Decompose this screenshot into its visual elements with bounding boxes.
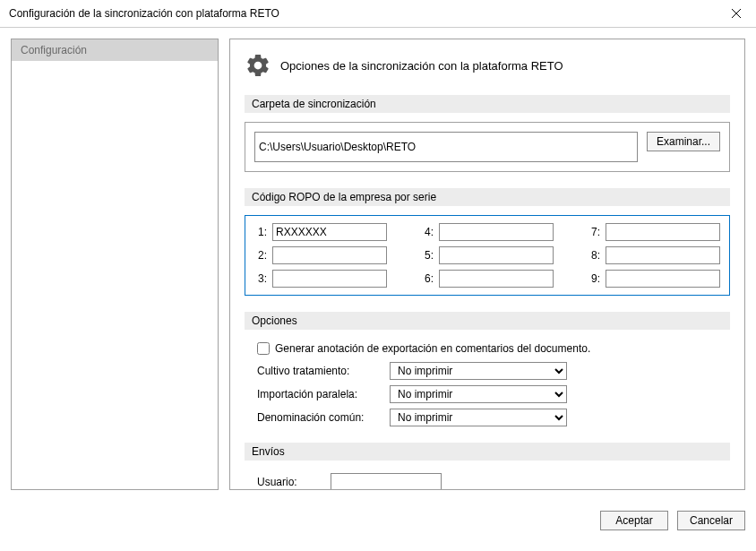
panel-header: Opciones de la sincronización con la pla… bbox=[245, 52, 730, 79]
options-body: Generar anotación de exportación en come… bbox=[245, 339, 730, 426]
sidebar: Configuración bbox=[11, 39, 219, 490]
ropo-7-label: 7: bbox=[588, 226, 600, 238]
button-bar: Aceptar Cancelar bbox=[0, 501, 756, 540]
close-icon bbox=[732, 9, 741, 18]
ropo-7-input[interactable] bbox=[606, 223, 720, 241]
gear-icon bbox=[245, 52, 271, 79]
ropo-1-input[interactable] bbox=[272, 223, 387, 241]
sidebar-item-label: Configuración bbox=[21, 44, 87, 56]
section-ropo-label: Código ROPO de la empresa por serie bbox=[245, 188, 730, 206]
ropo-8-label: 8: bbox=[588, 249, 600, 262]
annotation-checkbox[interactable] bbox=[257, 342, 270, 355]
ropo-4-input[interactable] bbox=[439, 223, 554, 241]
denominacion-label: Denominación común: bbox=[257, 411, 390, 424]
usuario-input[interactable] bbox=[331, 473, 442, 490]
window-title: Configuración de la sincronización con p… bbox=[9, 7, 279, 20]
browse-button[interactable]: Examinar... bbox=[647, 132, 720, 151]
section-options-label: Opciones bbox=[245, 312, 730, 330]
ropo-4-label: 4: bbox=[421, 226, 434, 238]
denominacion-select[interactable]: No imprimir bbox=[390, 409, 567, 426]
accept-button[interactable]: Aceptar bbox=[600, 511, 668, 530]
cultivo-select[interactable]: No imprimir bbox=[390, 362, 567, 380]
ropo-grid: 1: 2: 3: 4: 5: bbox=[245, 215, 730, 296]
section-sync-folder-label: Carpeta de sincronización bbox=[245, 95, 730, 113]
ropo-9-label: 9: bbox=[588, 272, 600, 285]
sidebar-item-configuracion[interactable]: Configuración bbox=[12, 39, 218, 61]
main-panel: Opciones de la sincronización con la pla… bbox=[229, 39, 745, 490]
panel-title: Opciones de la sincronización con la pla… bbox=[280, 59, 563, 73]
ropo-3-input[interactable] bbox=[272, 270, 387, 288]
sync-folder-box: Examinar... bbox=[245, 122, 730, 172]
dialog-body: Configuración Opciones de la sincronizac… bbox=[0, 28, 756, 501]
envios-body: Usuario: Contraseña: Mostrar bbox=[245, 469, 730, 490]
ropo-9-input[interactable] bbox=[606, 270, 720, 288]
ropo-5-input[interactable] bbox=[439, 246, 554, 264]
importacion-select[interactable]: No imprimir bbox=[390, 385, 567, 403]
ropo-6-label: 6: bbox=[421, 272, 434, 285]
ropo-8-input[interactable] bbox=[606, 246, 720, 264]
usuario-label: Usuario: bbox=[257, 476, 331, 488]
close-button[interactable] bbox=[717, 0, 756, 26]
ropo-6-input[interactable] bbox=[439, 270, 554, 288]
title-bar: Configuración de la sincronización con p… bbox=[0, 0, 756, 28]
ropo-1-label: 1: bbox=[254, 226, 267, 238]
sync-path-input[interactable] bbox=[254, 132, 638, 162]
cancel-button[interactable]: Cancelar bbox=[677, 511, 745, 530]
ropo-2-label: 2: bbox=[254, 249, 267, 262]
annotation-checkbox-label: Generar anotación de exportación en come… bbox=[275, 342, 590, 355]
cultivo-label: Cultivo tratamiento: bbox=[257, 365, 390, 377]
section-envios-label: Envíos bbox=[245, 443, 730, 461]
importacion-label: Importación paralela: bbox=[257, 388, 390, 400]
ropo-3-label: 3: bbox=[254, 272, 267, 285]
ropo-5-label: 5: bbox=[421, 249, 434, 262]
ropo-2-input[interactable] bbox=[272, 246, 387, 264]
